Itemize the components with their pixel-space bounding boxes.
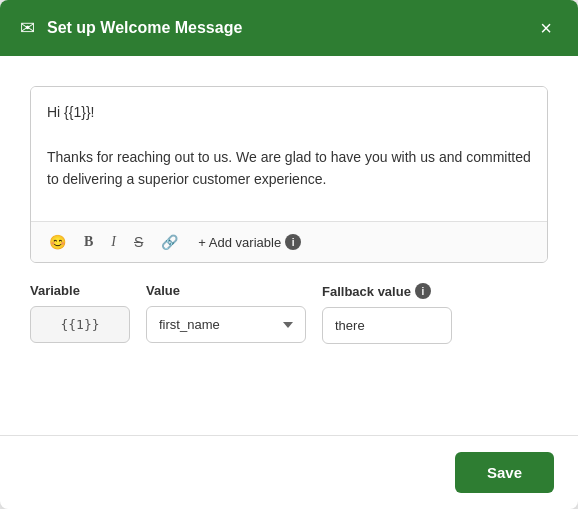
fallback-group: Fallback value i [322,283,452,344]
modal-header: ✉ Set up Welcome Message × [0,0,578,56]
value-group: Value first_name last_name email phone [146,283,306,343]
fallback-input[interactable] [322,307,452,344]
modal-footer: Save [0,436,578,509]
value-select[interactable]: first_name last_name email phone [146,306,306,343]
strikethrough-button[interactable]: S [128,230,149,254]
header-left: ✉ Set up Welcome Message [20,17,242,39]
modal-body: Hi {{1}}! Thanks for reaching out to us.… [0,56,578,435]
add-variable-button[interactable]: + Add variable i [190,230,309,254]
variable-code-input [30,306,130,343]
bold-button[interactable]: B [78,230,99,254]
variable-label: Variable [30,283,130,298]
save-button[interactable]: Save [455,452,554,493]
link-button[interactable]: 🔗 [155,230,184,254]
value-label: Value [146,283,306,298]
italic-button[interactable]: I [105,230,122,254]
info-icon: i [285,234,301,250]
variables-section: Variable Value first_name last_name emai… [30,283,548,344]
fallback-info-icon: i [415,283,431,299]
message-editor[interactable]: Hi {{1}}! Thanks for reaching out to us.… [31,87,547,217]
add-variable-label: + Add variable [198,235,281,250]
editor-container: Hi {{1}}! Thanks for reaching out to us.… [30,86,548,263]
fallback-label: Fallback value i [322,283,452,299]
mail-icon: ✉ [20,17,35,39]
modal-title: Set up Welcome Message [47,19,242,37]
emoji-button[interactable]: 😊 [43,230,72,254]
editor-toolbar: 😊 B I S 🔗 + Add variable i [31,221,547,262]
variable-group: Variable [30,283,130,343]
close-button[interactable]: × [534,16,558,40]
modal-container: ✉ Set up Welcome Message × Hi {{1}}! Tha… [0,0,578,509]
